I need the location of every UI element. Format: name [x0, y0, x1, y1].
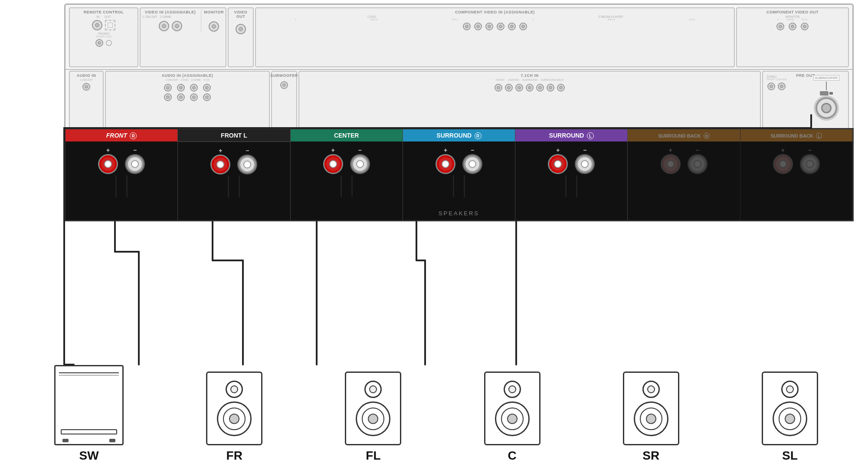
audio-in-3-r — [190, 84, 198, 92]
c-tweeter — [504, 381, 521, 398]
surround-l-label-bar: SURROUND L — [515, 129, 627, 141]
front-l-white-post — [239, 156, 256, 173]
71ch-connectors — [495, 84, 565, 92]
phono-l-jack — [95, 39, 103, 47]
c-unit: C — [484, 372, 540, 463]
front-l-plus-post: + — [212, 147, 229, 173]
sl-woofer-inner — [779, 408, 801, 430]
sw-foot-l — [62, 439, 69, 442]
rca-plug-wire — [826, 82, 827, 90]
fl-woofer-center — [368, 414, 378, 424]
comp-in-dvd-pr — [485, 23, 493, 30]
fr-woofer-center — [229, 414, 239, 424]
front-l-label-bar: FRONT L — [178, 129, 290, 142]
surround-r-wire-1 — [453, 175, 454, 197]
audio-in-1-pair — [164, 84, 172, 101]
71ch-fl — [495, 84, 502, 92]
front-r-terminal: FRONT R + − — [66, 129, 178, 220]
front-l-wire-stubs — [228, 176, 240, 197]
video-out-jack — [236, 24, 246, 34]
remote-control-section: REMOTE CONTROL IN OUT PHONO SIGNAL GND — [69, 7, 138, 67]
surround-l-wire-stubs — [565, 175, 577, 197]
sw-top-line2 — [59, 375, 119, 375]
surround-l-plus-post: + — [549, 147, 567, 173]
surround-l-terminal: SURROUND L + − — [515, 129, 628, 220]
center-red-post — [324, 155, 342, 173]
71ch-sbr — [557, 84, 565, 92]
sw-label: SW — [79, 449, 99, 463]
comp-in-mp-y — [497, 23, 504, 30]
phono-label: PHONO — [98, 32, 109, 35]
comp-in-dvd-y — [463, 23, 471, 30]
sl-woofer — [773, 401, 807, 436]
sr-unit: SR — [623, 372, 679, 463]
audio-in-l-jack — [82, 83, 90, 91]
fl-woofer — [356, 401, 390, 436]
surround-r-wire-stubs — [453, 175, 465, 197]
audio-in-4-pair — [203, 84, 211, 101]
video-in-sub: 1 CBL/SAT 2 GAME — [142, 15, 198, 18]
comp-video-in-sources: 1 DVD 2 MEDIA PLAYER — [258, 15, 732, 18]
front-r-red-post — [99, 155, 117, 173]
audio-in-label: AUDIO IN — [77, 73, 96, 78]
video-row: REMOTE CONTROL IN OUT PHONO SIGNAL GND — [69, 7, 849, 67]
front-r-badge: R — [130, 132, 137, 139]
audio-in-assign-sub: 1 CBL/SAT2 DVD3 GAME4 CD — [165, 79, 210, 81]
center-label-bar: CENTER — [291, 129, 403, 141]
71ch-sr — [536, 84, 544, 92]
audio-in-1-l — [164, 93, 172, 101]
sw-feet — [62, 439, 115, 442]
comp-in-dvd-pb — [474, 23, 482, 30]
surround-back-l-terminal: SURROUND BACK L + − — [740, 129, 852, 220]
comp-in-mp-pr — [519, 23, 527, 30]
surround-back-r-badge: R — [704, 133, 710, 139]
rca-plug-body — [820, 91, 833, 95]
comp-video-in-section: COMPONENT VIDEO IN (ASSIGNABLE) 1 DVD 2 … — [255, 7, 735, 67]
surround-back-r-label-text: SURROUND BACK — [658, 133, 701, 138]
speakers-bottom-label: SPEAKERS — [439, 210, 479, 217]
audio-in-2-pair — [177, 84, 185, 101]
audio-in-connectors — [82, 83, 90, 91]
remote-control-label: REMOTE CONTROL — [84, 10, 124, 14]
subwoofer-box — [54, 365, 124, 445]
audio-in-4-l — [203, 93, 211, 101]
front-r-wire-2 — [126, 175, 128, 197]
surround-r-posts: + − — [437, 147, 481, 173]
signal-gnd-post — [106, 40, 112, 46]
sl-label: SL — [782, 449, 798, 463]
comp-video-in-connectors — [463, 23, 527, 30]
comp-video-out-channels: YPb/CbPr/Cr — [777, 18, 808, 21]
surround-r-plus-post: + — [437, 147, 454, 173]
c-box — [484, 372, 540, 445]
subwoofer-preout-jack — [816, 97, 837, 119]
comp-video-out-label: COMPONENT VIDEO OUT — [766, 10, 819, 14]
fl-woofer-inner — [362, 408, 384, 430]
surround-back-l-label-bar: SURROUND BACK L — [740, 129, 852, 141]
subwoofer-in-label: SUBWOOFER — [270, 73, 298, 78]
71ch-sbl — [547, 84, 554, 92]
sr-woofer-center — [646, 414, 656, 424]
signal-gnd-label: SIGNAL GND — [96, 35, 112, 38]
audio-in-4-r — [203, 84, 211, 92]
preout-label: PRE OUT — [796, 73, 815, 78]
comp-video-out-section: COMPONENT VIDEO OUT MONITOR YPb/CbPr/Cr — [736, 7, 849, 67]
surround-l-posts: + − — [549, 147, 593, 173]
video-out-section: VIDEO OUT — [228, 7, 254, 67]
front-r-label-bar: FRONT R — [66, 129, 177, 141]
center-wire-2 — [351, 175, 353, 197]
surround-back-r-terminal: SURROUND BACK R + − — [628, 129, 740, 220]
surround-l-red-post — [549, 155, 567, 173]
surround-back-l-minus-post: − — [801, 147, 819, 173]
sl-woofer-center — [785, 414, 795, 424]
fl-label: FL — [366, 449, 380, 463]
surround-l-badge: L — [587, 132, 594, 139]
c-woofer — [495, 401, 530, 436]
sw-vent — [61, 429, 117, 434]
video-out-connectors — [236, 24, 246, 34]
fl-unit: FL — [345, 372, 401, 463]
video-in-connectors — [142, 21, 198, 31]
surround-back-r-minus-post: − — [689, 147, 706, 173]
sl-unit: SL — [762, 372, 818, 463]
center-wire-stubs — [341, 175, 353, 197]
fr-woofer-inner — [223, 408, 246, 430]
